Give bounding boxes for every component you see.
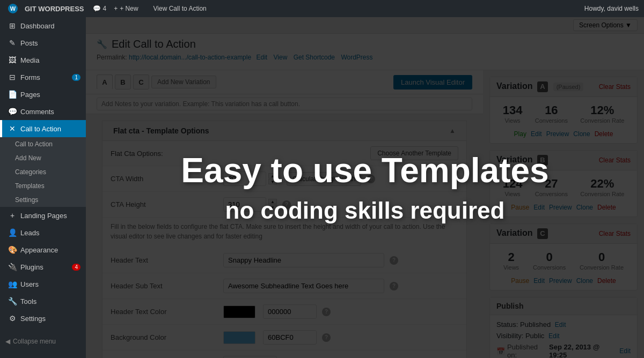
sidebar-item-comments[interactable]: 💬 Comments xyxy=(0,103,86,120)
overlay-text: Easy to use Templates no coding skills r… xyxy=(181,150,548,225)
plugins-icon: 🔌 xyxy=(8,263,17,271)
sidebar-label-appearance: Appearance xyxy=(20,246,58,254)
plus-icon: + xyxy=(114,5,118,12)
leads-icon: 👤 xyxy=(8,228,17,237)
overlay-subtitle: no coding skills required xyxy=(181,197,548,225)
users-icon: 👥 xyxy=(8,280,17,288)
cta-sub-all[interactable]: Call to Action xyxy=(0,137,86,151)
appearance-icon: 🎨 xyxy=(8,245,17,254)
svg-text:W: W xyxy=(10,5,16,12)
sidebar-label-tools: Tools xyxy=(20,297,36,305)
cta-sub-categories[interactable]: Categories xyxy=(0,165,86,179)
sidebar-item-landing[interactable]: + Landing Pages xyxy=(0,207,86,224)
collapse-menu[interactable]: ◀ Collapse menu xyxy=(0,332,86,350)
admin-bar: W GIT WORDPRESS 💬 4 + + New View Call to… xyxy=(0,0,644,17)
dashboard-icon: ⊞ xyxy=(8,21,17,30)
posts-icon: ✎ xyxy=(8,39,17,47)
sidebar-label-cta: Call to Action xyxy=(20,125,61,133)
collapse-label: Collapse menu xyxy=(13,338,56,345)
sidebar-label-settings: Settings xyxy=(20,315,46,323)
sidebar-item-leads[interactable]: 👤 Leads xyxy=(0,224,86,241)
wp-logo: W xyxy=(5,1,20,16)
sidebar-item-cta[interactable]: ✕ Call to Action xyxy=(0,120,86,137)
sidebar-label-leads: Leads xyxy=(20,229,39,237)
sidebar-label-users: Users xyxy=(20,280,39,288)
sidebar-label-plugins: Plugins xyxy=(20,263,43,271)
comments-icon: 💬 xyxy=(93,5,101,12)
sidebar-item-settings[interactable]: ⚙ Settings xyxy=(0,310,86,327)
sidebar-label-posts: Posts xyxy=(20,39,38,47)
sidebar-item-posts[interactable]: ✎ Posts xyxy=(0,34,86,51)
pages-icon: 📄 xyxy=(8,90,17,99)
cta-sub-templates[interactable]: Templates xyxy=(0,179,86,193)
howdy-text: Howdy, david wells xyxy=(584,5,639,12)
sidebar: ⊞ Dashboard ✎ Posts 🖼 Media ⊟ Forms 1 📄 … xyxy=(0,17,86,358)
cta-sub-settings[interactable]: Settings xyxy=(0,193,86,207)
sidebar-label-comments: Comments xyxy=(20,108,54,116)
collapse-icon: ◀ xyxy=(5,338,10,345)
sidebar-item-pages[interactable]: 📄 Pages xyxy=(0,86,86,103)
plugins-badge: 4 xyxy=(72,264,80,271)
forms-icon: ⊟ xyxy=(8,73,17,81)
media-icon: 🖼 xyxy=(8,56,17,64)
sidebar-label-landing: Landing Pages xyxy=(20,212,67,220)
landing-icon: + xyxy=(8,211,17,220)
comments-sidebar-icon: 💬 xyxy=(8,107,17,116)
site-name: GIT WORDPRESS xyxy=(25,5,84,13)
sidebar-label-pages: Pages xyxy=(20,91,40,99)
cta-icon: ✕ xyxy=(8,124,17,133)
main-content: Screen Options ▼ 🔧 Edit Call to Action P… xyxy=(86,17,644,358)
sidebar-item-media[interactable]: 🖼 Media xyxy=(0,51,86,69)
sidebar-label-forms: Forms xyxy=(20,73,40,81)
cta-sub-addnew[interactable]: Add New xyxy=(0,151,86,165)
forms-badge: 1 xyxy=(72,74,80,81)
overlay-title: Easy to use Templates xyxy=(181,150,548,191)
sidebar-label-dashboard: Dashboard xyxy=(20,22,55,30)
tools-icon: 🔧 xyxy=(8,297,17,305)
view-cta-link[interactable]: View Call to Action xyxy=(153,5,207,12)
sidebar-item-dashboard[interactable]: ⊞ Dashboard xyxy=(0,17,86,34)
sidebar-item-tools[interactable]: 🔧 Tools xyxy=(0,293,86,310)
comments-link[interactable]: 💬 4 xyxy=(93,5,107,12)
sidebar-item-appearance[interactable]: 🎨 Appearance xyxy=(0,241,86,258)
overlay: Easy to use Templates no coding skills r… xyxy=(86,17,644,358)
sidebar-label-media: Media xyxy=(20,56,39,64)
new-link[interactable]: + + New xyxy=(114,5,138,12)
sidebar-item-forms[interactable]: ⊟ Forms 1 xyxy=(0,69,86,86)
sidebar-item-users[interactable]: 👥 Users xyxy=(0,275,86,293)
sidebar-item-plugins[interactable]: 🔌 Plugins 4 xyxy=(0,258,86,275)
settings-icon: ⚙ xyxy=(8,314,17,323)
cta-submenu: Call to Action Add New Categories Templa… xyxy=(0,137,86,207)
